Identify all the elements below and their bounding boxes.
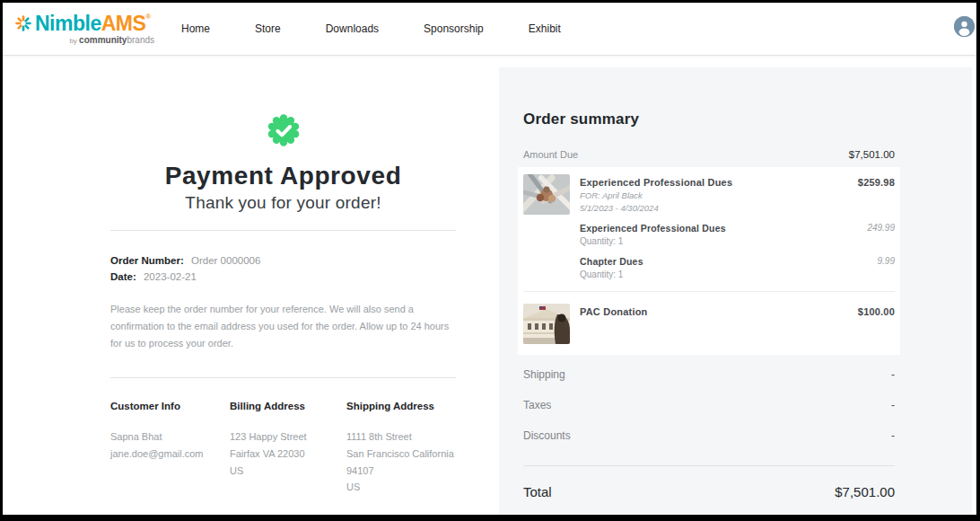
divider <box>523 465 895 466</box>
total-label: Total <box>523 484 552 499</box>
order-item-body: Experienced Professional Dues $259.98 FO… <box>580 174 895 279</box>
billing-address-header: Billing Address <box>230 401 346 411</box>
subitem-quantity: Quantity: 1 <box>580 269 643 279</box>
amount-due-value: $7,501.00 <box>849 149 895 160</box>
item-price: $100.00 <box>858 306 895 317</box>
billing-line: US <box>230 463 346 480</box>
confirmation-note: Please keep the order number for your re… <box>110 301 456 353</box>
shipping-value: - <box>891 368 895 381</box>
order-number-value: Order 0000006 <box>191 255 260 266</box>
order-summary-panel: Order summary Amount Due $7,501.00 <box>499 67 972 515</box>
nav-item-store[interactable]: Store <box>255 22 281 35</box>
order-summary-title: Order summary <box>523 110 895 128</box>
nav-item-downloads[interactable]: Downloads <box>326 22 379 35</box>
brand-tagline: by communitybrands <box>14 36 158 45</box>
item-period-line: 5/1/2023 - 4/30/2024 <box>580 203 895 213</box>
page-frame: NimbleAMS® by communitybrands Home Store… <box>0 0 980 521</box>
nav-item-home[interactable]: Home <box>181 22 210 35</box>
taxes-value: - <box>891 399 895 411</box>
main-content: Payment Approved Thank you for your orde… <box>3 56 976 515</box>
nav-item-exhibit[interactable]: Exhibit <box>529 22 561 35</box>
amount-due-label: Amount Due <box>523 149 578 160</box>
registered-mark: ® <box>145 13 151 21</box>
payment-approved-check-icon <box>267 135 301 150</box>
item-title: Experienced Professional Dues <box>580 177 732 188</box>
discounts-label: Discounts <box>523 429 571 442</box>
subitem-title: Chapter Dues <box>580 256 643 267</box>
confirmation-section: Payment Approved Thank you for your orde… <box>3 56 499 515</box>
total-value: $7,501.00 <box>835 484 895 499</box>
billing-line: Fairfax VA 22030 <box>230 446 346 463</box>
subitem-quantity: Quantity: 1 <box>580 236 726 246</box>
divider <box>110 230 456 231</box>
order-item-body: PAC Donation $100.00 <box>580 304 895 317</box>
shipping-line: 94107 <box>346 463 456 480</box>
payment-approved-title: Payment Approved <box>110 162 456 190</box>
shipping-row: Shipping - <box>523 368 895 381</box>
order-subitem: Experienced Professional Dues Quantity: … <box>580 223 895 246</box>
billing-address-column: Billing Address 123 Happy Street Fairfax… <box>230 401 346 496</box>
shipping-line: 1111 8th Street <box>346 428 456 446</box>
top-navbar: NimbleAMS® by communitybrands Home Store… <box>3 3 976 56</box>
main-navigation: Home Store Downloads Sponsorship Exhibit <box>181 22 561 35</box>
order-meta: Order Number: Order 0000006 Date: 2023-0… <box>110 253 456 286</box>
customer-info-column: Customer Info Sapna Bhat jane.doe@gmail.… <box>110 401 230 496</box>
subitem-title: Experienced Professional Dues <box>580 223 726 234</box>
item-title: PAC Donation <box>580 306 648 317</box>
shipping-line: San Francisco California <box>346 446 456 463</box>
order-subitem: Chapter Dues Quantity: 1 9.99 <box>580 256 895 279</box>
customer-info-header: Customer Info <box>110 401 230 411</box>
customer-email: jane.doe@gmail.com <box>110 446 230 463</box>
order-date-label: Date: <box>110 271 136 282</box>
brand-name-secondary: AMS <box>101 13 146 34</box>
shipping-line: US <box>346 479 456 496</box>
discounts-value: - <box>891 429 895 442</box>
billing-line: 123 Happy Street <box>230 428 346 446</box>
item-for-line: FOR: April Black <box>580 190 895 200</box>
shipping-address-header: Shipping Address <box>346 401 456 411</box>
divider <box>110 377 456 378</box>
thank-you-subtitle: Thank you for your order! <box>110 193 456 213</box>
discounts-row: Discounts - <box>523 429 895 442</box>
nav-item-sponsorship[interactable]: Sponsorship <box>424 22 484 35</box>
brand-name-primary: Nimble <box>35 13 101 34</box>
amount-due-row: Amount Due $7,501.00 <box>523 149 895 160</box>
divider <box>523 291 895 292</box>
taxes-row: Taxes - <box>523 399 895 411</box>
item-price: $259.98 <box>858 177 895 188</box>
total-row: Total $7,501.00 <box>523 484 895 499</box>
product-thumbnail-hands <box>523 174 570 215</box>
order-item: Experienced Professional Dues $259.98 FO… <box>523 174 895 279</box>
order-number-label: Order Number: <box>110 255 184 266</box>
taxes-label: Taxes <box>523 399 551 411</box>
subitem-price: 249.99 <box>867 223 895 246</box>
user-avatar-icon[interactable] <box>954 16 975 37</box>
subitem-price: 9.99 <box>878 256 895 279</box>
order-items-card: Experienced Professional Dues $259.98 FO… <box>518 167 900 355</box>
order-date-value: 2023-02-21 <box>144 271 197 282</box>
product-thumbnail-capitol <box>523 304 570 344</box>
customer-name: Sapna Bhat <box>110 428 230 446</box>
shipping-address-column: Shipping Address 1111 8th Street San Fra… <box>346 401 456 496</box>
shipping-label: Shipping <box>523 368 565 381</box>
brand-logo[interactable]: NimbleAMS® by communitybrands <box>14 13 158 45</box>
order-item: PAC Donation $100.00 <box>523 304 895 344</box>
address-columns: Customer Info Sapna Bhat jane.doe@gmail.… <box>110 401 456 496</box>
spark-logo-icon <box>14 14 32 35</box>
